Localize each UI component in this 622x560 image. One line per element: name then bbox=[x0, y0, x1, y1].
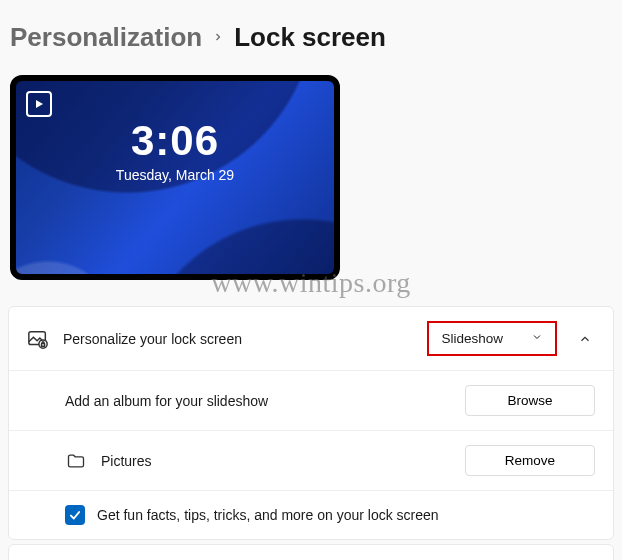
fun-facts-checkbox[interactable] bbox=[65, 505, 85, 525]
album-folder-name: Pictures bbox=[101, 453, 451, 469]
collapse-chevron-up-icon[interactable] bbox=[575, 329, 595, 349]
folder-icon bbox=[65, 450, 87, 472]
preview-date: Tuesday, March 29 bbox=[16, 167, 334, 183]
add-album-row: Add an album for your slideshow Browse bbox=[9, 370, 613, 430]
advanced-card: Advanced slideshow settings bbox=[8, 544, 614, 560]
chevron-right-icon bbox=[212, 27, 224, 48]
page-title: Lock screen bbox=[234, 22, 386, 53]
fun-facts-row[interactable]: Get fun facts, tips, tricks, and more on… bbox=[9, 490, 613, 539]
picture-lock-icon bbox=[27, 328, 49, 350]
remove-button[interactable]: Remove bbox=[465, 445, 595, 476]
chevron-down-icon bbox=[531, 331, 543, 346]
lockscreen-mode-dropdown[interactable]: Slideshow bbox=[427, 321, 557, 356]
browse-button[interactable]: Browse bbox=[465, 385, 595, 416]
album-folder-row: Pictures Remove bbox=[9, 430, 613, 490]
advanced-slideshow-row[interactable]: Advanced slideshow settings bbox=[9, 545, 613, 560]
slideshow-play-icon bbox=[26, 91, 52, 117]
dropdown-value: Slideshow bbox=[441, 331, 503, 346]
personalize-label: Personalize your lock screen bbox=[63, 331, 413, 347]
add-album-label: Add an album for your slideshow bbox=[65, 393, 451, 409]
breadcrumb: Personalization Lock screen bbox=[8, 8, 614, 75]
personalize-card: Personalize your lock screen Slideshow A… bbox=[8, 306, 614, 540]
breadcrumb-parent[interactable]: Personalization bbox=[10, 22, 202, 53]
fun-facts-label: Get fun facts, tips, tricks, and more on… bbox=[97, 507, 439, 523]
personalize-row: Personalize your lock screen Slideshow bbox=[9, 307, 613, 370]
preview-time: 3:06 bbox=[16, 117, 334, 165]
preview-clock: 3:06 Tuesday, March 29 bbox=[16, 117, 334, 183]
lockscreen-preview[interactable]: 3:06 Tuesday, March 29 bbox=[10, 75, 340, 280]
svg-marker-0 bbox=[36, 100, 43, 108]
